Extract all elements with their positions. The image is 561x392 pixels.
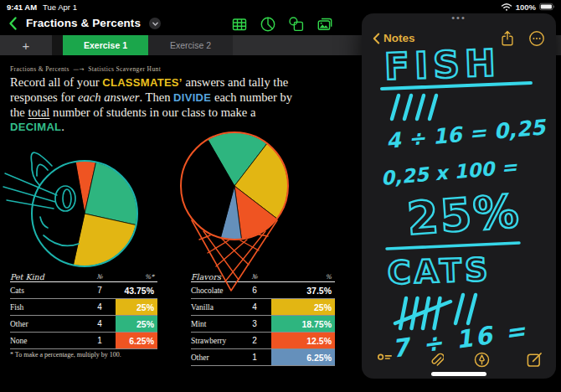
insert-chart-button[interactable] <box>259 15 276 33</box>
insert-media-button[interactable] <box>316 15 333 33</box>
ellipsis-circle-icon <box>528 30 545 47</box>
instruction-segment: DIVIDE <box>173 91 211 104</box>
row-count: 4 <box>238 302 271 312</box>
insert-table-button[interactable] <box>230 15 248 33</box>
tally-marks-fish <box>392 95 436 119</box>
row-percent: 6.25% <box>116 333 157 348</box>
tally-stroke <box>435 298 440 328</box>
table-row: Cats743.75% <box>10 282 157 299</box>
table-header-row: Pet Kind№%* <box>10 271 157 282</box>
notes-back-button[interactable]: Notes <box>373 32 415 44</box>
share-button[interactable] <box>499 30 516 47</box>
attachment-button[interactable] <box>428 351 444 367</box>
table-row: Other16.25% <box>191 349 335 366</box>
notes-slide-over: ••• Notes FISH 4 ÷ 16 = 0,25 0,25 x 100 … <box>362 13 556 379</box>
pie-segment-strawberry <box>234 186 277 240</box>
pet-kind-table[interactable]: Pet Kind№%*Cats743.75%Fish425%Other425%N… <box>10 271 157 349</box>
table-icon <box>231 16 248 33</box>
tab-exercise-2[interactable]: Exercise 2 <box>148 35 233 55</box>
document-title[interactable]: Fractions & Percents <box>26 17 141 29</box>
document-title-menu-button[interactable] <box>149 18 161 29</box>
handwriting-equation-2: 0,25 x 100 = <box>380 156 518 189</box>
table-header-row: Flavors№% <box>191 271 335 282</box>
table-row: Vanilla425% <box>191 299 335 316</box>
tally-stroke <box>412 298 418 328</box>
row-label: Fish <box>10 303 84 312</box>
pie-segment-none <box>75 161 96 214</box>
flavors-table[interactable]: Flavors№%Chocolate637.5%Vanilla425%Mint3… <box>191 271 335 366</box>
add-sheet-button[interactable]: + <box>0 35 52 55</box>
kicker-course: Fractions & Percents <box>10 65 69 73</box>
checklist-icon <box>377 352 393 368</box>
instruction-segment: DECIMAL <box>10 121 61 133</box>
row-label: Strawberry <box>191 337 238 345</box>
pie-segment-fish <box>73 214 136 266</box>
row-count: 7 <box>84 286 116 295</box>
battery-percentage: 100% <box>516 3 536 12</box>
instruction-segment: each answer <box>78 90 139 104</box>
row-label: Chocolate <box>191 286 238 295</box>
worksheet-kicker: Fractions & Percents —→ Statistics Scave… <box>10 65 161 73</box>
handwriting-25-percent: 25% <box>405 185 522 245</box>
tally-stroke <box>423 298 429 328</box>
row-percent: 25% <box>271 299 335 315</box>
pet-pie-chart[interactable] <box>32 161 137 266</box>
handwriting-equation-1: 4 ÷ 16 = 0,25 <box>385 115 546 152</box>
row-count: 6 <box>238 286 271 295</box>
paperclip-icon <box>428 351 444 367</box>
photos-icon <box>317 16 333 33</box>
ice-cream-cone-drawing <box>181 132 288 291</box>
table-header-cell: % <box>271 271 335 281</box>
tally-stroke <box>400 298 406 328</box>
app-nav-bar: Fractions & Percents <box>0 12 362 35</box>
compose-button[interactable] <box>526 351 542 367</box>
pie-segment-chocolate <box>181 140 234 238</box>
tally-marks-cats <box>395 295 476 328</box>
table-header-cell: Flavors <box>191 272 238 281</box>
tab-exercise-1[interactable]: Exercise 1 <box>63 35 148 55</box>
cat-face-drawing <box>3 152 137 266</box>
tally-stroke <box>468 295 476 323</box>
tally-stroke <box>455 295 463 323</box>
insert-shape-button[interactable] <box>287 15 305 33</box>
window-drag-handle[interactable]: ••• <box>362 13 556 22</box>
tally-stroke <box>395 302 450 323</box>
row-label: Other <box>10 320 84 328</box>
instruction-segment: number of students in our class to make … <box>49 106 255 119</box>
pie-segment-cats <box>32 162 85 266</box>
pie-chart-icon <box>260 16 276 33</box>
handwriting-cats: CATS <box>387 251 492 291</box>
row-count: 4 <box>84 302 116 312</box>
checklist-button[interactable] <box>377 352 393 368</box>
table-header-cell: Pet Kind <box>10 272 84 281</box>
table-row: Strawberry212.5% <box>191 333 335 349</box>
row-label: Mint <box>191 320 238 328</box>
pie-segment-mint <box>208 132 267 186</box>
handwriting-fish: FISH <box>383 41 502 88</box>
chevron-left-icon <box>8 16 18 31</box>
pie-segment-other <box>220 186 241 240</box>
battery-icon <box>539 3 555 11</box>
table-header-cell: %* <box>116 271 157 281</box>
markup-button[interactable] <box>474 352 490 368</box>
back-button[interactable] <box>8 16 20 31</box>
tally-stroke <box>430 95 436 119</box>
instruction-segment: total <box>28 106 49 119</box>
kicker-title: Statistics Scavenger Hunt <box>88 65 161 73</box>
more-options-button[interactable] <box>528 30 545 47</box>
notes-back-label: Notes <box>383 32 415 44</box>
row-count: 4 <box>84 319 116 328</box>
pie-segment-vanilla <box>234 143 288 219</box>
flavors-pie-chart[interactable] <box>181 132 288 240</box>
arrow-glyph: —→ <box>71 66 86 73</box>
handwriting-equation-3: 7 ÷ 16 = <box>390 316 530 363</box>
home-indicator[interactable] <box>431 372 486 376</box>
table-row: None16.25% <box>10 333 157 349</box>
row-count: 3 <box>238 319 271 328</box>
status-bar: 9:41 AM Tue Apr 1 100% <box>0 0 561 13</box>
wifi-icon <box>501 3 512 11</box>
row-percent: 25% <box>116 316 157 332</box>
chevron-down-icon <box>151 19 160 28</box>
status-date: Tue Apr 1 <box>43 3 77 12</box>
instruction-segment: . <box>61 120 64 133</box>
